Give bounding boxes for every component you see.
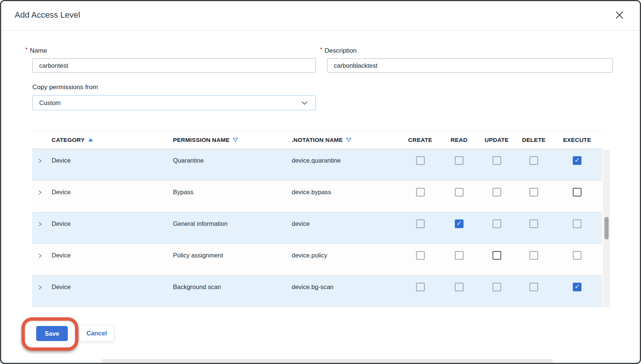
notation-name-column-header[interactable]: .NOTATION NAME: [287, 137, 400, 143]
expand-row-button[interactable]: [32, 276, 47, 307]
chevron-right-icon: [37, 190, 43, 196]
table-body: Device Quarantine device.quarantine Devi…: [32, 149, 602, 307]
row-notation: device.bg-scan: [287, 276, 400, 307]
modal-header: Add Access Level: [1, 1, 640, 30]
row-notation: device.bypass: [287, 181, 400, 212]
add-access-level-modal: Add Access Level * Name * Description Co…: [0, 0, 641, 364]
close-button[interactable]: [612, 8, 627, 23]
expand-row-button[interactable]: [32, 244, 47, 275]
row-permission: Policy assignment: [168, 244, 287, 275]
modal-title: Add Access Level: [15, 10, 80, 20]
row-notation: device.quarantine: [287, 149, 400, 180]
table-row: Device Quarantine device.quarantine: [32, 149, 602, 181]
filter-sort-icon[interactable]: [233, 137, 238, 143]
delete-checkbox[interactable]: [529, 156, 538, 165]
update-checkbox[interactable]: [493, 219, 501, 228]
chevron-right-icon: [37, 221, 43, 228]
expand-row-button[interactable]: [32, 181, 47, 212]
row-category: Device: [47, 181, 168, 212]
execute-column-header: EXECUTE: [552, 137, 602, 143]
permission-name-column-header[interactable]: PERMISSION NAME: [168, 137, 287, 143]
table-row: Device General information device: [32, 212, 602, 244]
read-checkbox[interactable]: [455, 251, 464, 260]
table-row: Device Bypass device.bypass: [32, 181, 602, 212]
row-category: Device: [47, 276, 168, 307]
copy-permissions-select[interactable]: Custom: [32, 95, 316, 110]
cancel-button[interactable]: Cancel: [80, 325, 114, 341]
selected-option: Custom: [39, 99, 61, 107]
save-button[interactable]: Save: [36, 326, 68, 341]
execute-checkbox[interactable]: [573, 283, 581, 291]
create-checkbox[interactable]: [416, 283, 425, 291]
update-column-header: UPDATE: [478, 137, 516, 143]
name-input[interactable]: [32, 58, 316, 73]
row-permission: General information: [168, 212, 287, 244]
expand-row-button[interactable]: [32, 212, 47, 244]
read-checkbox[interactable]: [455, 283, 464, 291]
permissions-table: CATEGORY PERMISSION NAME .NOTATION NAME …: [32, 131, 602, 307]
row-notation: device: [287, 212, 400, 244]
update-checkbox[interactable]: [493, 188, 501, 196]
row-permission: Bypass: [168, 181, 287, 212]
delete-column-header: DELETE: [516, 137, 552, 143]
read-checkbox[interactable]: [455, 219, 464, 228]
create-checkbox[interactable]: [416, 156, 425, 165]
vertical-scrollbar-thumb[interactable]: [604, 217, 609, 239]
table-header-row: CATEGORY PERMISSION NAME .NOTATION NAME …: [32, 131, 602, 149]
read-checkbox[interactable]: [455, 188, 464, 196]
update-checkbox[interactable]: [493, 283, 501, 291]
name-label: * Name: [25, 47, 47, 55]
update-checkbox[interactable]: [493, 251, 501, 260]
category-column-header[interactable]: CATEGORY: [47, 137, 168, 143]
create-checkbox[interactable]: [416, 251, 425, 260]
copy-permissions-label: Copy permissions from: [32, 84, 98, 91]
row-category: Device: [47, 149, 168, 180]
table-row: Device Background scan device.bg-scan: [32, 276, 602, 307]
sort-ascending-icon[interactable]: [88, 137, 93, 143]
update-checkbox[interactable]: [493, 156, 501, 165]
delete-checkbox[interactable]: [529, 251, 538, 260]
required-asterisk: *: [25, 47, 28, 53]
chevron-right-icon: [37, 253, 43, 260]
expand-row-button[interactable]: [32, 149, 47, 180]
read-column-header: READ: [440, 137, 478, 143]
execute-checkbox[interactable]: [573, 251, 581, 260]
create-checkbox[interactable]: [416, 188, 425, 196]
delete-checkbox[interactable]: [529, 188, 538, 196]
horizontal-scrollbar[interactable]: [101, 359, 553, 363]
row-permission: Quarantine: [168, 149, 287, 180]
read-checkbox[interactable]: [455, 156, 464, 165]
row-notation: device.policy: [287, 244, 400, 275]
close-icon: [614, 9, 625, 22]
create-checkbox[interactable]: [416, 219, 425, 228]
execute-checkbox[interactable]: [573, 219, 581, 228]
filter-sort-icon[interactable]: [346, 137, 352, 143]
description-input[interactable]: [327, 58, 613, 73]
create-column-header: CREATE: [400, 137, 440, 143]
chevron-down-icon: [301, 99, 308, 107]
vertical-scrollbar[interactable]: [603, 149, 610, 307]
execute-checkbox[interactable]: [573, 188, 581, 196]
description-label: * Description: [320, 47, 356, 55]
delete-checkbox[interactable]: [529, 219, 538, 228]
row-permission: Background scan: [168, 276, 287, 307]
chevron-right-icon: [37, 158, 43, 165]
row-category: Device: [47, 212, 168, 244]
execute-checkbox[interactable]: [573, 156, 581, 165]
row-category: Device: [47, 244, 168, 275]
required-asterisk: *: [320, 47, 322, 53]
chevron-right-icon: [37, 285, 43, 291]
table-row: Device Policy assignment device.policy: [32, 244, 602, 276]
delete-checkbox[interactable]: [529, 283, 538, 291]
